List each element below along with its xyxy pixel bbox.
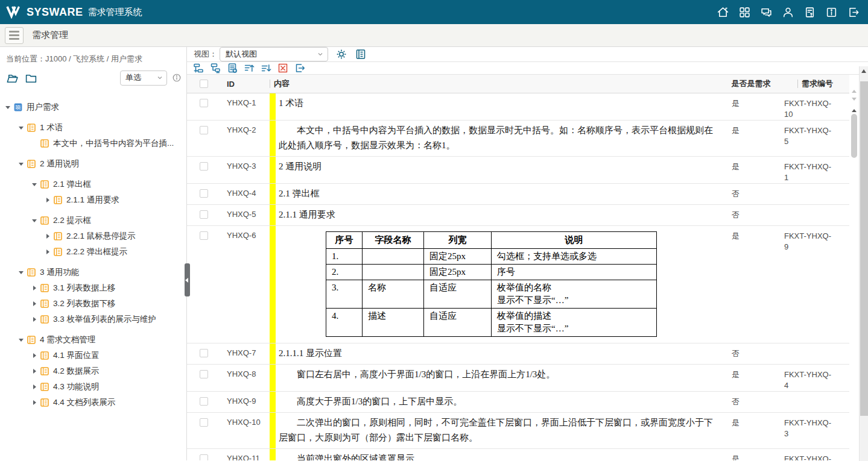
brand: SYSWARE 需求管理系统 bbox=[6, 5, 142, 19]
table-scrollbar-thumb[interactable] bbox=[851, 114, 857, 158]
tree-item[interactable]: 1 术语 bbox=[0, 120, 186, 136]
move-down-button[interactable] bbox=[260, 62, 272, 74]
row-checkbox[interactable] bbox=[200, 418, 208, 427]
tree-item[interactable]: 3.3 枚举值列表的展示与维护 bbox=[0, 312, 186, 327]
tree-item[interactable]: 2.2.2 弹出框提示 bbox=[0, 244, 186, 260]
row-checkbox[interactable] bbox=[200, 162, 208, 171]
tree-expand-arrow-icon[interactable] bbox=[17, 339, 25, 342]
scroll-up-icon[interactable] bbox=[852, 90, 857, 93]
tree-item[interactable]: 4.1 界面位置 bbox=[0, 348, 186, 363]
row-checkbox[interactable] bbox=[200, 210, 208, 219]
tree-item[interactable]: 4 需求文档管理 bbox=[0, 332, 186, 348]
sidebar-collapse-handle[interactable] bbox=[185, 263, 190, 296]
page-scroll-up-icon[interactable] bbox=[861, 69, 866, 73]
tree-item[interactable]: 用户需求 bbox=[0, 99, 186, 115]
tree-expand-arrow-icon[interactable] bbox=[30, 353, 39, 358]
table-row[interactable]: YHXQ-11当前弹出窗外的区域遮罩显示。是FKXT-YHXQ-7 bbox=[187, 449, 849, 460]
highlight-stripe bbox=[270, 93, 276, 120]
user-icon[interactable] bbox=[782, 6, 794, 19]
gear-icon[interactable] bbox=[335, 48, 347, 60]
table-row[interactable]: YHXQ-11 术语是FKXT-YHXQ-10 bbox=[187, 93, 849, 121]
table-row[interactable]: YHXQ-10二次弹出的窗口，原则相同，同时，不可完全盖住下层窗口，界面上沿低于… bbox=[187, 413, 849, 449]
table-row[interactable]: YHXQ-32 通用说明是FKXT-YHXQ-1 bbox=[187, 157, 849, 184]
scroll-top-icon[interactable] bbox=[852, 109, 857, 112]
tree-item[interactable]: 4.4 文档列表展示 bbox=[0, 395, 186, 410]
table-row[interactable]: YHXQ-52.1.1 通用要求否 bbox=[187, 205, 849, 226]
table-row[interactable]: YHXQ-6序号字段名称列宽说明1.固定25px勾选框；支持单选或多选2.固定2… bbox=[187, 226, 849, 343]
add-document-button[interactable] bbox=[226, 62, 238, 74]
folder-open-icon[interactable] bbox=[6, 72, 19, 84]
home-icon[interactable] bbox=[717, 6, 729, 19]
table-row[interactable]: YHXQ-2本文中，中括号中内容为平台插入的数据，数据显示时无中括号。如：名称顺… bbox=[187, 121, 849, 157]
book-icon bbox=[40, 283, 49, 293]
tree-expand-arrow-icon[interactable] bbox=[30, 384, 39, 389]
tree-expand-arrow-icon[interactable] bbox=[17, 127, 25, 130]
tree-item[interactable]: 4.3 功能说明 bbox=[0, 379, 186, 395]
tree-expand-arrow-icon[interactable] bbox=[30, 183, 39, 186]
messages-icon[interactable] bbox=[760, 6, 773, 19]
tree-expand-arrow-icon[interactable] bbox=[4, 106, 12, 109]
tree-item[interactable]: 2.2.1 鼠标悬停提示 bbox=[0, 228, 186, 244]
add-child-node-button[interactable] bbox=[209, 62, 221, 74]
tree-item[interactable]: 3 通用功能 bbox=[0, 265, 186, 280]
row-checkbox[interactable] bbox=[200, 454, 208, 460]
tree-expand-arrow-icon[interactable] bbox=[30, 301, 39, 306]
apps-grid-icon[interactable] bbox=[738, 6, 751, 19]
row-is-requirement: 否 bbox=[721, 392, 781, 412]
tree-item[interactable]: 2.1 弹出框 bbox=[0, 177, 186, 192]
table-row[interactable]: YHXQ-8窗口左右居中，高度小于界面1/3的窗口，上沿在界面上方1/3处。是F… bbox=[187, 365, 849, 392]
delete-button[interactable] bbox=[277, 62, 289, 74]
tree-expand-arrow-icon[interactable] bbox=[30, 286, 39, 290]
logout-icon[interactable] bbox=[847, 6, 860, 19]
scroll-down-icon[interactable] bbox=[852, 98, 857, 101]
selection-mode-select[interactable]: 单选 bbox=[120, 71, 167, 86]
tree-item[interactable]: 2 通用说明 bbox=[0, 156, 186, 172]
tree-expand-arrow-icon[interactable] bbox=[17, 163, 25, 166]
highlight-stripe bbox=[270, 413, 276, 448]
row-checkbox[interactable] bbox=[200, 231, 208, 240]
highlight-stripe bbox=[270, 226, 276, 343]
tree-item[interactable]: 2.2 提示框 bbox=[0, 213, 186, 228]
tree-expand-arrow-icon[interactable] bbox=[30, 219, 39, 222]
tree-item[interactable]: 3.1 列表数据上移 bbox=[0, 280, 186, 296]
menu-toggle-button[interactable] bbox=[5, 27, 24, 44]
tree-item-label: 3 通用功能 bbox=[40, 267, 79, 278]
add-sibling-node-button[interactable] bbox=[192, 62, 204, 74]
tree-expand-arrow-icon[interactable] bbox=[30, 400, 39, 405]
tree-item[interactable]: 3.2 列表数据下移 bbox=[0, 296, 186, 312]
move-up-button[interactable] bbox=[243, 62, 255, 74]
tree-expand-arrow-icon[interactable] bbox=[30, 317, 39, 322]
tree-item[interactable]: 4.2 数据展示 bbox=[0, 363, 186, 379]
row-id: YHXQ-2 bbox=[220, 121, 270, 156]
view-list-icon[interactable] bbox=[355, 48, 367, 60]
tree-expand-arrow-icon[interactable] bbox=[17, 271, 25, 274]
row-checkbox[interactable] bbox=[200, 370, 208, 378]
tree-item-label: 2 通用说明 bbox=[40, 158, 79, 169]
tree-item[interactable]: 本文中，中括号中内容为平台插... bbox=[0, 136, 186, 151]
row-checkbox[interactable] bbox=[200, 126, 208, 134]
info-square-icon[interactable] bbox=[825, 6, 838, 19]
book-icon bbox=[27, 123, 36, 133]
page-scrollbar-thumb[interactable] bbox=[860, 81, 868, 416]
layers-icon bbox=[13, 102, 23, 112]
tree-expand-arrow-icon[interactable] bbox=[43, 198, 52, 202]
folder-closed-icon[interactable] bbox=[25, 72, 37, 84]
tree-item[interactable]: 2.1.1 通用要求 bbox=[0, 192, 186, 208]
row-checkbox[interactable] bbox=[200, 99, 208, 107]
tree-expand-arrow-icon[interactable] bbox=[43, 249, 52, 254]
embedded-table-cell: 自适应 bbox=[424, 309, 492, 337]
help-doc-icon[interactable] bbox=[803, 6, 816, 19]
table-row[interactable]: YHXQ-9高度大于界面1/3的窗口，上下居中显示。否 bbox=[187, 392, 849, 413]
table-row[interactable]: YHXQ-42.1 弹出框否 bbox=[187, 184, 849, 205]
row-checkbox[interactable] bbox=[200, 189, 208, 198]
tree-expand-arrow-icon[interactable] bbox=[43, 234, 52, 239]
tree-expand-arrow-icon[interactable] bbox=[30, 369, 39, 374]
view-select[interactable]: 默认视图 bbox=[220, 47, 328, 61]
row-checkbox[interactable] bbox=[200, 397, 208, 406]
export-button[interactable] bbox=[294, 62, 306, 74]
book-icon bbox=[53, 195, 63, 205]
table-row[interactable]: YHXQ-72.1.1.1 显示位置否 bbox=[187, 343, 849, 365]
row-checkbox[interactable] bbox=[200, 349, 208, 357]
select-all-checkbox[interactable] bbox=[200, 80, 208, 88]
info-circle-icon[interactable] bbox=[172, 73, 182, 83]
